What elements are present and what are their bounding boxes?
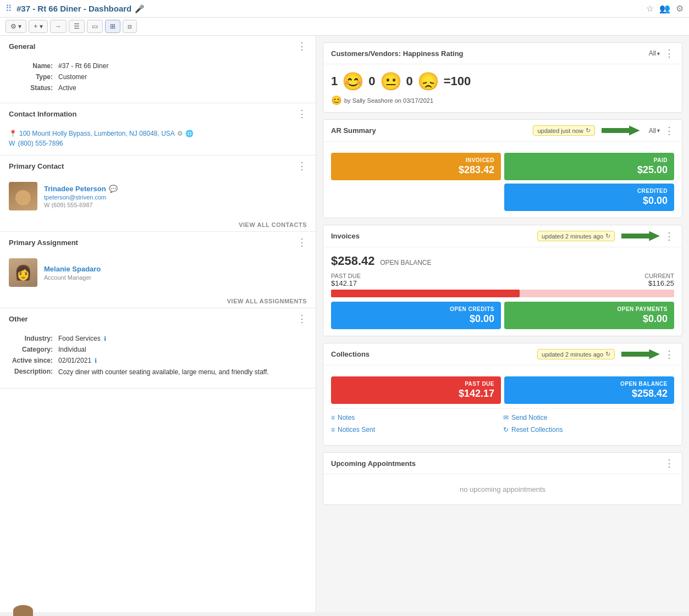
category-row: Category: Individual	[9, 346, 307, 353]
industry-row: Industry: Food Services ℹ	[9, 335, 307, 342]
status-label: Status:	[9, 84, 53, 92]
trinadee-info: Trinadee Peterson 💬 tpeterson@striven.co…	[44, 185, 118, 208]
ar-grid: INVOICED $283.42 PAID $25.00 CREDITED $0…	[331, 153, 674, 211]
ar-summary-card: AR Summary updated just now ↻ All ▾ ⋮ IN…	[323, 119, 682, 218]
other-body: Industry: Food Services ℹ Category: Indi…	[0, 329, 316, 388]
happiness-menu-icon[interactable]: ⋮	[664, 48, 674, 58]
main-content: General ⋮ Name: #37 - Rt 66 Diner Type: …	[0, 36, 689, 612]
ar-filter[interactable]: All ▾	[649, 127, 660, 135]
primary-contact-title: Primary Contact	[9, 162, 64, 170]
coll-open-balance-value: $258.42	[511, 388, 668, 399]
settings-dropdown-btn[interactable]: ⚙ ▾	[5, 20, 26, 33]
happiness-filter[interactable]: All ▾	[649, 49, 660, 57]
collections-title: Collections	[331, 350, 533, 358]
collections-grid: PAST DUE $142.17 OPEN BALANCE $258.42	[331, 376, 674, 404]
address-settings-icon[interactable]: ⚙	[177, 130, 183, 137]
happiness-body: 1 😊 0 😐 0 😞 =100 😊 by Sally Seashore on …	[323, 64, 682, 112]
view-all-contacts-link[interactable]: VIEW ALL CONTACTS	[0, 218, 316, 231]
invoices-refresh-icon[interactable]: ↻	[605, 232, 610, 240]
primary-assignment-header: Primary Assignment ⋮	[0, 232, 316, 253]
happy-emoji: 😊	[342, 71, 364, 92]
sad-emoji: 😞	[417, 71, 439, 92]
reset-collections-action[interactable]: ↻ Reset Collections	[503, 424, 674, 435]
left-panel: General ⋮ Name: #37 - Rt 66 Diner Type: …	[0, 36, 316, 612]
gear-icon[interactable]: ⚙	[676, 3, 684, 14]
neutral-count: 0	[368, 74, 375, 88]
notes-action[interactable]: ≡ Notes	[331, 412, 502, 423]
notices-sent-action[interactable]: ≡ Notices Sent	[331, 424, 502, 435]
trinadee-avatar	[9, 182, 37, 210]
past-due-bar-fill	[331, 290, 520, 297]
grid-view-btn[interactable]: ⊞	[105, 20, 120, 33]
primary-contact-menu-icon[interactable]: ⋮	[297, 161, 307, 171]
happiness-smiley-small: 😊	[331, 95, 342, 106]
send-notice-action[interactable]: ✉ Send Notice	[503, 412, 674, 423]
ar-credited-value: $0.00	[511, 195, 668, 207]
general-title: General	[9, 42, 35, 51]
industry-info-icon[interactable]: ℹ	[104, 335, 106, 342]
contact-menu-icon[interactable]: ⋮	[297, 109, 307, 119]
top-bar: ⠿ #37 - Rt 66 Diner - Dashboard 🎤 ☆ 👥 ⚙	[0, 0, 689, 18]
chat-bubble-icon[interactable]: 💬	[109, 185, 118, 193]
star-icon[interactable]: ☆	[646, 3, 654, 14]
primary-assignment-section: Primary Assignment ⋮ 👩 Melanie Spadaro A…	[0, 232, 316, 308]
open-payments-label: OPEN PAYMENTS	[511, 306, 668, 312]
other-section: Other ⋮ Industry: Food Services ℹ Catego…	[0, 308, 316, 389]
collections-header: Collections updated 2 minutes ago ↻ ⋮	[323, 343, 682, 365]
general-menu-icon[interactable]: ⋮	[297, 41, 307, 51]
address-link[interactable]: 100 Mount Holly Bypass, Lumberton, NJ 08…	[19, 130, 175, 137]
upcoming-menu-icon[interactable]: ⋮	[664, 458, 674, 468]
trinadee-email[interactable]: tpeterson@striven.com	[44, 194, 118, 201]
melanie-name-link[interactable]: Melanie Spadaro	[44, 265, 101, 273]
contact-body: 📍 100 Mount Holly Bypass, Lumberton, NJ …	[0, 124, 316, 155]
type-label: Type:	[9, 73, 53, 81]
open-credits-label: OPEN CREDITS	[338, 306, 494, 312]
balance-details-row: PAST DUE $142.17 CURRENT $116.25	[331, 273, 674, 287]
melanie-info: Melanie Spadaro Account Manager	[44, 265, 101, 281]
upcoming-header: Upcoming Appointments ⋮	[323, 453, 682, 474]
card-view-btn[interactable]: ▭	[87, 20, 103, 33]
contact-title: Contact Information	[9, 110, 77, 118]
chart-view-btn[interactable]: ⧈	[123, 20, 137, 33]
other-header: Other ⋮	[0, 308, 316, 329]
active-since-row: Active since: 02/01/2021 ℹ	[9, 357, 307, 364]
happiness-title: Customers/Vendors: Happiness Rating	[331, 49, 644, 58]
sign-in-btn[interactable]: →	[50, 20, 67, 33]
happiness-card: Customers/Vendors: Happiness Rating All …	[323, 42, 682, 113]
primary-contact-row: Trinadee Peterson 💬 tpeterson@striven.co…	[9, 182, 307, 210]
past-due-group: PAST DUE $142.17	[331, 273, 361, 287]
invoices-updated-badge: updated 2 minutes ago ↻	[537, 231, 615, 241]
contact-phone-row: W (800) 555-7896	[9, 140, 307, 147]
ar-menu-icon[interactable]: ⋮	[664, 126, 674, 136]
ar-paid-box: PAID $25.00	[504, 153, 674, 180]
address-globe-icon[interactable]: 🌐	[185, 130, 194, 137]
collections-menu-icon[interactable]: ⋮	[664, 349, 674, 359]
mic-icon[interactable]: 🎤	[135, 4, 144, 13]
phone-link[interactable]: (800) 555-7896	[18, 140, 63, 147]
active-since-info-icon[interactable]: ℹ	[95, 357, 97, 364]
other-title: Other	[9, 315, 28, 323]
page-title: #37 - Rt 66 Diner - Dashboard 🎤	[16, 4, 642, 13]
description-row: Description: Cozy diner with counter sea…	[9, 368, 307, 377]
current-value: $116.25	[644, 279, 674, 287]
primary-assignment-menu-icon[interactable]: ⋮	[297, 237, 307, 247]
list-view-btn[interactable]: ☰	[69, 20, 85, 33]
ar-summary-body: INVOICED $283.42 PAID $25.00 CREDITED $0…	[323, 142, 682, 218]
people-icon[interactable]: 👥	[659, 3, 670, 14]
collections-refresh-icon[interactable]: ↻	[605, 351, 610, 358]
invoices-menu-icon[interactable]: ⋮	[664, 231, 674, 241]
toolbar: ⚙ ▾ + ▾ → ☰ ▭ ⊞ ⧈	[0, 18, 689, 36]
add-dropdown-btn[interactable]: + ▾	[29, 20, 47, 33]
view-all-assignments-link[interactable]: VIEW ALL ASSIGNMENTS	[0, 295, 316, 308]
happiness-score-row: 1 😊 0 😐 0 😞 =100	[331, 71, 674, 92]
top-right-actions: ☆ 👥 ⚙	[646, 3, 684, 14]
sad-count: 0	[406, 74, 413, 88]
trinadee-name-link[interactable]: Trinadee Peterson	[44, 185, 106, 193]
ar-refresh-icon[interactable]: ↻	[586, 127, 591, 134]
invoices-arrow-annotation	[621, 231, 660, 241]
grid-dots-icon: ⠿	[5, 3, 12, 14]
notices-sent-list-icon: ≡	[331, 426, 335, 434]
other-menu-icon[interactable]: ⋮	[297, 314, 307, 324]
past-due-value: $142.17	[331, 279, 361, 287]
category-label: Category:	[9, 346, 53, 353]
